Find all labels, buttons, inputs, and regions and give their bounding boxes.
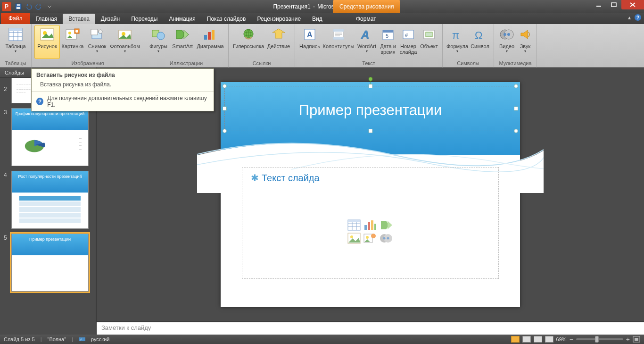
pie-chart-icon bbox=[24, 134, 50, 153]
view-reading-button[interactable] bbox=[534, 336, 542, 343]
zoom-out-button[interactable]: − bbox=[570, 336, 573, 343]
equation-icon: π bbox=[449, 26, 465, 42]
slidenumber-icon: # bbox=[400, 26, 416, 42]
insert-placeholder-icons bbox=[347, 219, 394, 244]
undo-icon[interactable] bbox=[25, 2, 33, 11]
video-button[interactable]: Видео▾ bbox=[497, 25, 517, 59]
table-icon bbox=[19, 196, 81, 224]
tooltip-footer: Для получения дополнительных сведений на… bbox=[47, 95, 209, 108]
screenshot-button[interactable]: Снимок▾ bbox=[85, 25, 109, 59]
svg-rect-10 bbox=[9, 28, 22, 31]
audio-button[interactable]: Звук▾ bbox=[517, 25, 534, 59]
status-language[interactable]: русский bbox=[91, 336, 109, 342]
slide-canvas[interactable]: Пример презентации ✱Текст слайда bbox=[221, 82, 520, 307]
notes-pane[interactable]: Заметки к слайду bbox=[97, 321, 644, 335]
body-placeholder-text: Текст слайда bbox=[262, 173, 320, 183]
tab-view[interactable]: Вид bbox=[306, 14, 328, 24]
content-placeholder[interactable]: ✱Текст слайда bbox=[242, 167, 499, 279]
bullet-icon: ✱ bbox=[251, 173, 259, 183]
tab-format[interactable]: Формат bbox=[350, 14, 382, 24]
symbol-button[interactable]: Ω Символ bbox=[469, 25, 491, 59]
save-icon[interactable] bbox=[14, 2, 23, 11]
tooltip-body: Вставка рисунка из файла. bbox=[32, 80, 214, 92]
tab-design[interactable]: Дизайн bbox=[95, 14, 125, 24]
zoom-slider[interactable] bbox=[576, 338, 623, 340]
slide-thumb-5[interactable]: Пример презентации bbox=[11, 234, 89, 292]
insert-smartart-icon[interactable] bbox=[380, 219, 393, 231]
group-label-text: Текст bbox=[362, 60, 375, 67]
tab-transitions[interactable]: Переходы bbox=[125, 14, 163, 24]
tab-animation[interactable]: Анимация bbox=[163, 14, 201, 24]
zoom-level[interactable]: 69% bbox=[556, 336, 567, 342]
language-icon[interactable]: ✓ bbox=[79, 336, 85, 342]
svg-text:A: A bbox=[307, 31, 313, 39]
chart-button[interactable]: Диаграмма bbox=[195, 25, 225, 59]
minimize-button[interactable] bbox=[591, 0, 606, 9]
tab-review[interactable]: Рецензирование bbox=[251, 14, 306, 24]
svg-rect-1 bbox=[17, 7, 20, 9]
insert-picture-icon[interactable] bbox=[347, 233, 361, 244]
ribbon-minimize-icon[interactable]: ▴ bbox=[628, 14, 631, 21]
selection-box[interactable] bbox=[224, 86, 516, 131]
qat-dropdown-icon[interactable] bbox=[45, 2, 54, 11]
tab-insert[interactable]: Вставка bbox=[63, 14, 95, 24]
app-icon: P bbox=[2, 2, 11, 11]
svg-rect-25 bbox=[208, 32, 211, 40]
view-slideshow-button[interactable] bbox=[545, 336, 553, 343]
picture-button[interactable]: Рисунок bbox=[34, 25, 60, 59]
clipart-icon bbox=[65, 26, 81, 42]
photoalbum-button[interactable]: Фотоальбом▾ bbox=[109, 25, 141, 59]
wordart-button[interactable]: A WordArt▾ bbox=[355, 25, 378, 59]
equation-button[interactable]: π Формула▾ bbox=[446, 25, 469, 59]
rotate-handle[interactable] bbox=[368, 77, 372, 81]
hyperlink-button[interactable]: Гиперссылка bbox=[231, 25, 265, 59]
textbox-icon: A bbox=[302, 26, 318, 42]
insert-media-icon[interactable] bbox=[380, 233, 393, 244]
fit-to-window-button[interactable] bbox=[633, 336, 640, 343]
group-text: A Надпись Колонтитулы A WordArt▾ 5 Дата … bbox=[295, 24, 443, 67]
photoalbum-icon bbox=[117, 26, 133, 42]
svg-rect-40 bbox=[383, 30, 393, 33]
close-button[interactable] bbox=[621, 0, 644, 9]
datetime-button[interactable]: 5 Дата и время bbox=[378, 25, 398, 59]
slide-thumb-4[interactable]: Рост популярности презентаций bbox=[11, 171, 89, 229]
slide-thumb-3[interactable]: График популярности презентаций ———— bbox=[11, 108, 89, 166]
object-button[interactable]: Объект bbox=[419, 25, 439, 59]
svg-point-71 bbox=[387, 237, 389, 239]
group-label-links: Ссылки bbox=[253, 60, 271, 67]
textbox-button[interactable]: A Надпись bbox=[298, 25, 322, 59]
shapes-button[interactable]: Фигуры▾ bbox=[147, 25, 170, 59]
headerfooter-icon bbox=[330, 26, 347, 42]
tab-file[interactable]: Файл bbox=[1, 13, 30, 24]
zoom-in-button[interactable]: + bbox=[626, 336, 630, 343]
group-tables: Таблица▾ Таблицы bbox=[0, 24, 32, 67]
view-normal-button[interactable] bbox=[511, 336, 520, 343]
group-multimedia: Видео▾ Звук▾ Мультимедиа bbox=[494, 24, 537, 67]
svg-point-16 bbox=[75, 30, 78, 33]
clipart-button[interactable]: Картинка bbox=[60, 25, 85, 59]
tab-slideshow[interactable]: Показ слайдов bbox=[201, 14, 252, 24]
table-button[interactable]: Таблица▾ bbox=[3, 25, 28, 59]
slidenumber-button[interactable]: # Номер слайда bbox=[398, 25, 419, 59]
insert-clipart-icon[interactable] bbox=[363, 233, 377, 244]
title-bar: P Презентация1 - Microsoft PowerPoint Ср… bbox=[0, 0, 644, 13]
view-sorter-button[interactable] bbox=[522, 336, 531, 343]
redo-icon[interactable] bbox=[35, 2, 43, 11]
svg-rect-75 bbox=[635, 338, 638, 341]
quick-access-toolbar bbox=[14, 2, 54, 11]
svg-rect-33 bbox=[333, 29, 344, 32]
help-icon[interactable]: ? bbox=[635, 14, 641, 21]
insert-table-icon[interactable] bbox=[347, 219, 361, 231]
svg-point-14 bbox=[68, 32, 71, 34]
insert-chart-icon[interactable] bbox=[363, 219, 377, 231]
tab-home[interactable]: Главная bbox=[30, 14, 63, 24]
svg-text:π: π bbox=[452, 29, 459, 41]
svg-text:5: 5 bbox=[386, 33, 388, 39]
wordart-icon: A bbox=[359, 26, 375, 42]
maximize-button[interactable] bbox=[606, 0, 621, 9]
help-icon: ? bbox=[36, 98, 43, 105]
smartart-button[interactable]: SmartArt bbox=[170, 25, 195, 59]
headerfooter-button[interactable]: Колонтитулы bbox=[322, 25, 355, 59]
action-button[interactable]: Действие bbox=[265, 25, 292, 59]
ribbon-tabs: Файл Главная Вставка Дизайн Переходы Ани… bbox=[0, 13, 644, 24]
